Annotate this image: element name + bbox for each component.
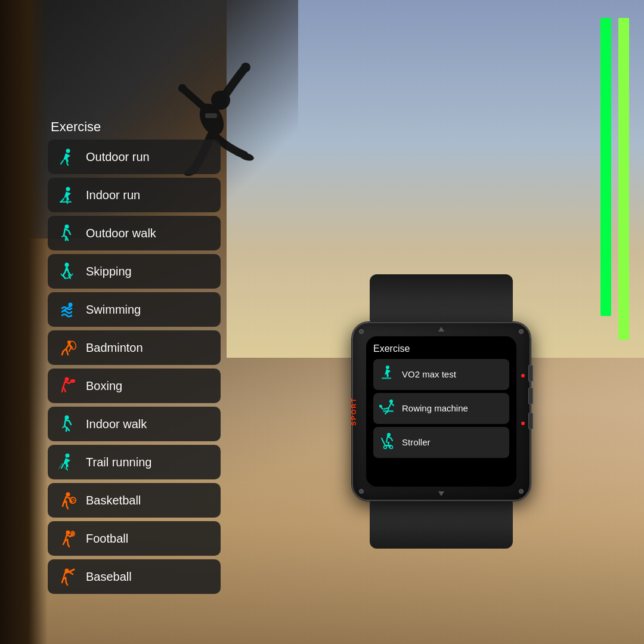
watch-case: SPORT Exercise VO2 max test <box>352 322 531 501</box>
svg-rect-7 <box>205 113 217 118</box>
outdoor-walk-label: Outdoor walk <box>86 227 156 240</box>
watch-screen: Exercise VO2 max test <box>366 336 516 487</box>
svg-point-16 <box>65 377 69 382</box>
watch-rowing-icon <box>379 398 396 419</box>
svg-point-6 <box>178 84 187 92</box>
list-item[interactable]: Outdoor run <box>48 140 221 174</box>
list-item[interactable]: Trail running <box>48 445 221 479</box>
svg-rect-26 <box>382 377 391 379</box>
badminton-label: Badminton <box>86 341 143 355</box>
watch-button-2[interactable] <box>528 388 533 404</box>
outdoor-run-label: Outdoor run <box>86 150 150 164</box>
watch-stroller-icon <box>379 432 396 453</box>
watch-red-dot-1 <box>521 374 525 377</box>
watch-red-dot-2 <box>521 422 525 425</box>
outdoor-walk-icon <box>56 222 78 244</box>
list-item[interactable]: Football <box>48 521 221 556</box>
watch-screw-bl <box>359 489 364 494</box>
watch-display: SPORT Exercise VO2 max test <box>334 274 549 525</box>
green-line-2 <box>618 18 629 340</box>
svg-point-9 <box>66 187 70 191</box>
list-item[interactable]: Indoor run <box>48 178 221 212</box>
baseball-icon <box>56 566 78 587</box>
watch-band-top <box>370 274 513 322</box>
list-item[interactable]: Baseball <box>48 559 221 594</box>
svg-point-11 <box>65 225 69 229</box>
watch-body: SPORT Exercise VO2 max test <box>340 274 543 525</box>
svg-point-23 <box>70 531 75 537</box>
watch-triangle-top <box>438 327 444 332</box>
baseball-label: Baseball <box>86 570 132 584</box>
svg-point-25 <box>386 366 389 369</box>
swimming-icon <box>56 299 78 320</box>
skipping-icon <box>56 261 78 282</box>
svg-point-5 <box>241 63 250 72</box>
svg-point-20 <box>66 493 70 497</box>
watch-button-1[interactable] <box>528 365 533 382</box>
svg-point-22 <box>66 531 70 535</box>
indoor-run-icon <box>56 184 78 206</box>
watch-list-item[interactable]: Rowing machine <box>373 393 509 424</box>
exercise-panel: Exercise Outdoor run Indoor run <box>48 119 221 597</box>
indoor-walk-icon <box>56 413 78 435</box>
watch-list-item[interactable]: VO2 max test <box>373 359 509 390</box>
svg-point-19 <box>66 454 70 458</box>
badminton-icon <box>56 337 78 358</box>
indoor-run-label: Indoor run <box>86 188 140 202</box>
svg-point-28 <box>379 405 382 407</box>
svg-rect-17 <box>70 379 75 383</box>
list-item[interactable]: Basketball <box>48 483 221 518</box>
list-item[interactable]: Boxing <box>48 369 221 403</box>
list-item[interactable]: Badminton <box>48 330 221 365</box>
svg-rect-10 <box>60 201 72 203</box>
green-decorative-lines <box>572 0 644 644</box>
watch-sport-text: SPORT <box>350 397 357 426</box>
list-item[interactable]: Skipping <box>48 254 221 289</box>
swimming-label: Swimming <box>86 303 141 317</box>
list-item[interactable]: Swimming <box>48 292 221 327</box>
watch-screw-tr <box>519 329 524 334</box>
svg-point-12 <box>65 263 69 267</box>
boxing-icon <box>56 375 78 397</box>
trail-running-label: Trail running <box>86 456 151 469</box>
football-label: Football <box>86 532 128 546</box>
list-item[interactable]: Outdoor walk <box>48 216 221 250</box>
outdoor-run-icon <box>56 146 78 168</box>
watch-triangle-bottom <box>438 491 444 496</box>
svg-point-18 <box>65 416 69 420</box>
watch-button-3[interactable] <box>528 413 533 429</box>
basketball-label: Basketball <box>86 494 141 507</box>
watch-stroller-label: Stroller <box>402 436 431 448</box>
rock-wall <box>0 0 48 644</box>
svg-point-8 <box>66 149 70 153</box>
watch-rowing-label: Rowing machine <box>402 402 468 414</box>
skipping-label: Skipping <box>86 265 132 278</box>
boxing-label: Boxing <box>86 379 122 393</box>
list-item[interactable]: Indoor walk <box>48 407 221 441</box>
watch-screen-title: Exercise <box>373 343 509 354</box>
watch-band-bottom <box>370 501 513 549</box>
watch-screw-br <box>519 489 524 494</box>
trail-running-icon <box>56 451 78 473</box>
watch-list-item[interactable]: Stroller <box>373 427 509 458</box>
football-icon <box>56 528 78 549</box>
svg-point-31 <box>384 446 387 449</box>
watch-vo2-label: VO2 max test <box>402 369 456 380</box>
basketball-icon <box>56 490 78 511</box>
indoor-walk-label: Indoor walk <box>86 417 147 431</box>
green-line-1 <box>600 18 611 316</box>
watch-screw-tl <box>359 329 364 334</box>
watch-vo2-icon <box>379 364 396 385</box>
panel-title: Exercise <box>48 119 221 135</box>
